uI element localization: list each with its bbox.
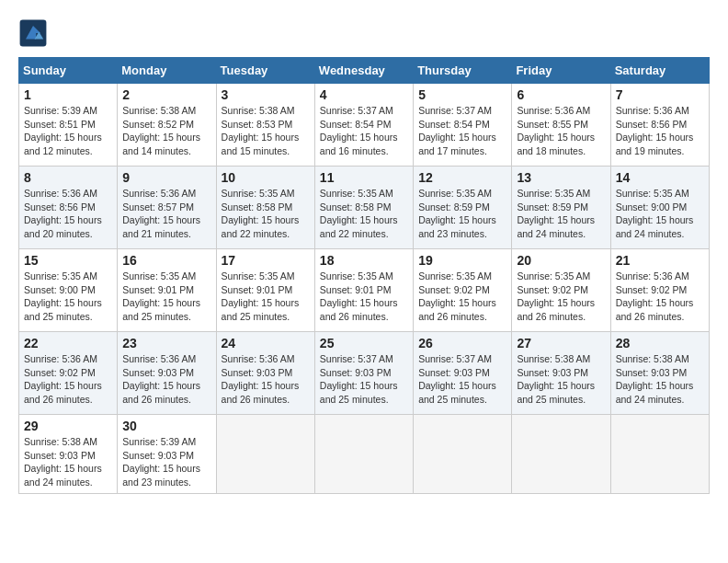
day-number: 29 [24,419,112,433]
day-cell: 23 Sunrise: 5:36 AM Sunset: 9:03 PM Dayl… [118,332,216,415]
day-cell: 13 Sunrise: 5:35 AM Sunset: 8:59 PM Dayl… [512,167,610,249]
day-info: Sunrise: 5:36 AM Sunset: 9:03 PM Dayligh… [122,352,210,407]
week-row-1: 1 Sunrise: 5:39 AM Sunset: 8:51 PM Dayli… [19,84,710,167]
day-number: 8 [24,170,112,185]
day-cell: 5 Sunrise: 5:37 AM Sunset: 8:54 PM Dayli… [414,84,512,167]
day-cell: 22 Sunrise: 5:36 AM Sunset: 9:02 PM Dayl… [19,332,118,415]
col-header-saturday: Saturday [610,58,709,84]
day-info: Sunrise: 5:35 AM Sunset: 9:01 PM Dayligh… [222,270,310,324]
day-cell [610,415,709,494]
day-cell: 15 Sunrise: 5:35 AM Sunset: 9:00 PM Dayl… [19,249,118,332]
day-cell: 14 Sunrise: 5:35 AM Sunset: 9:00 PM Dayl… [610,167,709,249]
day-cell: 26 Sunrise: 5:37 AM Sunset: 9:03 PM Dayl… [414,332,512,415]
logo [18,18,53,48]
day-number: 22 [24,336,112,350]
day-info: Sunrise: 5:35 AM Sunset: 8:59 PM Dayligh… [418,187,506,241]
col-header-thursday: Thursday [414,58,512,84]
col-header-wednesday: Wednesday [314,58,413,84]
day-number: 17 [222,253,310,268]
day-info: Sunrise: 5:35 AM Sunset: 8:58 PM Dayligh… [222,187,310,241]
day-cell: 29 Sunrise: 5:38 AM Sunset: 9:03 PM Dayl… [19,415,118,494]
day-number: 15 [24,253,112,268]
week-row-2: 8 Sunrise: 5:36 AM Sunset: 8:56 PM Dayli… [19,167,710,249]
day-cell: 16 Sunrise: 5:35 AM Sunset: 9:01 PM Dayl… [118,249,216,332]
day-number: 10 [222,170,310,185]
day-cell: 20 Sunrise: 5:35 AM Sunset: 9:02 PM Dayl… [512,249,610,332]
week-row-5: 29 Sunrise: 5:38 AM Sunset: 9:03 PM Dayl… [19,415,710,494]
day-number: 19 [418,253,506,268]
day-number: 5 [418,87,506,102]
day-cell: 4 Sunrise: 5:37 AM Sunset: 8:54 PM Dayli… [314,84,413,167]
day-info: Sunrise: 5:37 AM Sunset: 9:03 PM Dayligh… [418,352,506,407]
day-number: 25 [320,336,408,350]
day-cell: 27 Sunrise: 5:38 AM Sunset: 9:03 PM Dayl… [512,332,610,415]
day-info: Sunrise: 5:35 AM Sunset: 9:00 PM Dayligh… [24,270,112,324]
header-row: SundayMondayTuesdayWednesdayThursdayFrid… [19,58,710,84]
day-cell: 24 Sunrise: 5:36 AM Sunset: 9:03 PM Dayl… [216,332,314,415]
day-cell: 9 Sunrise: 5:36 AM Sunset: 8:57 PM Dayli… [118,167,216,249]
col-header-monday: Monday [118,58,216,84]
day-cell: 28 Sunrise: 5:38 AM Sunset: 9:03 PM Dayl… [610,332,709,415]
day-info: Sunrise: 5:38 AM Sunset: 9:03 PM Dayligh… [24,435,112,489]
day-info: Sunrise: 5:36 AM Sunset: 9:02 PM Dayligh… [616,270,704,324]
day-info: Sunrise: 5:35 AM Sunset: 8:59 PM Dayligh… [517,187,605,241]
logo-icon [18,18,48,48]
day-cell [216,415,314,494]
day-cell: 3 Sunrise: 5:38 AM Sunset: 8:53 PM Dayli… [216,84,314,167]
col-header-tuesday: Tuesday [216,58,314,84]
day-info: Sunrise: 5:35 AM Sunset: 9:02 PM Dayligh… [418,270,506,324]
day-number: 28 [616,336,704,350]
day-number: 7 [616,87,704,102]
day-info: Sunrise: 5:39 AM Sunset: 9:03 PM Dayligh… [122,435,210,489]
day-info: Sunrise: 5:37 AM Sunset: 9:03 PM Dayligh… [320,352,408,407]
day-cell: 30 Sunrise: 5:39 AM Sunset: 9:03 PM Dayl… [118,415,216,494]
day-number: 16 [122,253,210,268]
day-info: Sunrise: 5:36 AM Sunset: 8:56 PM Dayligh… [616,104,704,158]
col-header-sunday: Sunday [19,58,118,84]
day-info: Sunrise: 5:36 AM Sunset: 9:02 PM Dayligh… [24,352,112,407]
day-cell: 6 Sunrise: 5:36 AM Sunset: 8:55 PM Dayli… [512,84,610,167]
day-info: Sunrise: 5:38 AM Sunset: 8:53 PM Dayligh… [222,104,310,158]
day-number: 4 [320,87,408,102]
day-number: 20 [517,253,605,268]
day-number: 24 [222,336,310,350]
day-cell: 19 Sunrise: 5:35 AM Sunset: 9:02 PM Dayl… [414,249,512,332]
day-number: 13 [517,170,605,185]
day-cell: 1 Sunrise: 5:39 AM Sunset: 8:51 PM Dayli… [19,84,118,167]
day-cell: 21 Sunrise: 5:36 AM Sunset: 9:02 PM Dayl… [610,249,709,332]
day-info: Sunrise: 5:35 AM Sunset: 9:02 PM Dayligh… [517,270,605,324]
day-number: 12 [418,170,506,185]
calendar-table: SundayMondayTuesdayWednesdayThursdayFrid… [18,57,710,494]
day-cell: 17 Sunrise: 5:35 AM Sunset: 9:01 PM Dayl… [216,249,314,332]
day-number: 14 [616,170,704,185]
day-cell: 10 Sunrise: 5:35 AM Sunset: 8:58 PM Dayl… [216,167,314,249]
day-cell [414,415,512,494]
day-info: Sunrise: 5:38 AM Sunset: 9:03 PM Dayligh… [517,352,605,407]
day-info: Sunrise: 5:36 AM Sunset: 8:55 PM Dayligh… [517,104,605,158]
week-row-4: 22 Sunrise: 5:36 AM Sunset: 9:02 PM Dayl… [19,332,710,415]
week-row-3: 15 Sunrise: 5:35 AM Sunset: 9:00 PM Dayl… [19,249,710,332]
day-cell: 8 Sunrise: 5:36 AM Sunset: 8:56 PM Dayli… [19,167,118,249]
day-cell [512,415,610,494]
day-info: Sunrise: 5:39 AM Sunset: 8:51 PM Dayligh… [24,104,112,158]
day-info: Sunrise: 5:35 AM Sunset: 9:00 PM Dayligh… [616,187,704,241]
day-info: Sunrise: 5:38 AM Sunset: 9:03 PM Dayligh… [616,352,704,407]
day-info: Sunrise: 5:37 AM Sunset: 8:54 PM Dayligh… [320,104,408,158]
day-number: 18 [320,253,408,268]
day-cell: 18 Sunrise: 5:35 AM Sunset: 9:01 PM Dayl… [314,249,413,332]
day-number: 11 [320,170,408,185]
day-cell: 11 Sunrise: 5:35 AM Sunset: 8:58 PM Dayl… [314,167,413,249]
day-info: Sunrise: 5:35 AM Sunset: 9:01 PM Dayligh… [122,270,210,324]
day-number: 6 [517,87,605,102]
day-number: 27 [517,336,605,350]
day-info: Sunrise: 5:37 AM Sunset: 8:54 PM Dayligh… [418,104,506,158]
day-info: Sunrise: 5:38 AM Sunset: 8:52 PM Dayligh… [122,104,210,158]
day-number: 21 [616,253,704,268]
col-header-friday: Friday [512,58,610,84]
day-cell: 7 Sunrise: 5:36 AM Sunset: 8:56 PM Dayli… [610,84,709,167]
day-info: Sunrise: 5:36 AM Sunset: 8:57 PM Dayligh… [122,187,210,241]
day-number: 2 [122,87,210,102]
day-number: 23 [122,336,210,350]
day-info: Sunrise: 5:36 AM Sunset: 8:56 PM Dayligh… [24,187,112,241]
day-info: Sunrise: 5:35 AM Sunset: 9:01 PM Dayligh… [320,270,408,324]
